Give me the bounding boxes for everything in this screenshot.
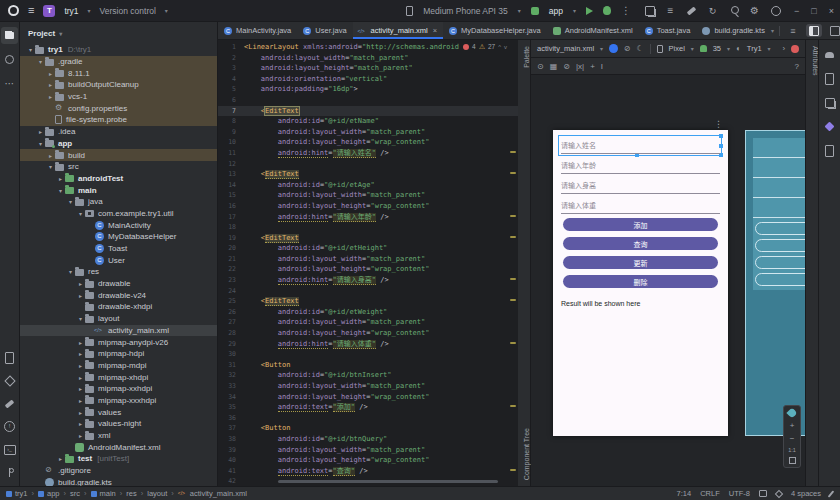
running-devices-icon[interactable] <box>1 349 18 366</box>
tree-item-MyDatabaseHelper[interactable]: MyDatabaseHelper <box>20 231 217 243</box>
code-line-32[interactable]: 32 android:id="@+id/btnInsert" <box>218 370 518 381</box>
edittext-preview-2[interactable]: 请输入年龄 <box>561 158 720 174</box>
tree-item-drawable-v24[interactable]: ▸drawable-v24 <box>20 289 217 301</box>
tree-item-test[interactable]: ▸test[unitTest] <box>20 453 217 465</box>
tree-item-build.gradle.kts[interactable]: build.gradle.kts <box>20 476 217 486</box>
night-mode-icon[interactable]: ☾ <box>637 44 644 53</box>
tree-item-build[interactable]: ▸build <box>20 149 217 161</box>
tag-icon[interactable] <box>775 489 783 497</box>
tree-item-java[interactable]: ▾java <box>20 196 217 208</box>
tree-item-file-system.probe[interactable]: file-system.probe <box>20 114 217 126</box>
tree-item-mipmap-mdpi[interactable]: ▸mipmap-mdpi <box>20 360 217 372</box>
device-mirror-icon[interactable] <box>821 70 838 87</box>
tree-item-xml[interactable]: ▸xml <box>20 430 217 442</box>
tab-MainActivity.java[interactable]: MainActivity.java <box>218 22 297 39</box>
chevron-down-icon[interactable]: ▾ <box>165 7 168 14</box>
tree-item-MainActivity[interactable]: MainActivity <box>20 219 217 231</box>
chevron-closed-icon[interactable]: ▸ <box>76 385 85 392</box>
main-menu-icon[interactable]: ≡ <box>28 5 34 16</box>
chevron-closed-icon[interactable]: ▸ <box>76 362 85 369</box>
tree-item-app[interactable]: ▾app <box>20 138 217 150</box>
chevron-down-icon[interactable]: ▾ <box>88 7 91 14</box>
code-line-2[interactable]: 2 android:layout_width="match_parent" <box>218 53 518 64</box>
tab-Toast.java[interactable]: Toast.java <box>639 22 697 39</box>
chevron-closed-icon[interactable]: ▸ <box>76 397 85 404</box>
tree-item-AndroidManifest.xml[interactable]: AndroidManifest.xml <box>20 441 217 453</box>
readonly-icon[interactable] <box>759 490 767 497</box>
terminal-icon[interactable] <box>1 441 18 458</box>
project-panel-header[interactable]: Project ▾ <box>20 22 217 44</box>
error-stripe[interactable] <box>508 40 518 486</box>
chevron-open-icon[interactable]: ▾ <box>46 163 55 170</box>
code-line-36[interactable]: 36 <box>218 413 518 424</box>
code-line-11[interactable]: 11 android:hint="请输入姓名" /> <box>218 148 518 159</box>
tree-item-main[interactable]: ▾main <box>20 184 217 196</box>
tree-item-mipmap-hdpi[interactable]: ▸mipmap-hdpi <box>20 348 217 360</box>
breadcrumb-activity_main.xml[interactable]: activity_main.xml <box>178 489 247 498</box>
tree-item-values[interactable]: ▸values <box>20 406 217 418</box>
code-line-39[interactable]: 39 android:layout_width="match_parent" <box>218 445 518 456</box>
button-preview-1[interactable]: 添加 <box>563 218 718 231</box>
chevron-closed-icon[interactable]: ▸ <box>76 374 85 381</box>
chevron-open-icon[interactable]: ▾ <box>36 140 45 147</box>
file-encoding[interactable]: UTF-8 <box>729 489 750 498</box>
code-line-28[interactable]: 28 android:layout_height="wrap_content" <box>218 328 518 339</box>
chevron-down-icon[interactable]: ▾ <box>573 7 576 14</box>
chevron-closed-icon[interactable]: ▸ <box>76 420 85 427</box>
debug-button[interactable] <box>603 6 611 15</box>
orientation-icon[interactable]: ⊘ <box>624 44 631 53</box>
breadcrumb-layout[interactable]: layout <box>147 489 167 498</box>
zoom-out-button[interactable]: − <box>790 434 795 443</box>
code-line-21[interactable]: 21 android:layout_width="match_parent" <box>218 254 518 265</box>
code-line-40[interactable]: 40 android:layout_height="wrap_content" <box>218 455 518 466</box>
prev-issue-icon[interactable]: ^ <box>498 44 501 50</box>
tree-item-mipmap-xhdpi[interactable]: ▸mipmap-xhdpi <box>20 371 217 383</box>
chevron-closed-icon[interactable]: ▸ <box>56 175 65 182</box>
code-line-25[interactable]: 25 <EditText <box>218 296 518 307</box>
chevron-closed-icon[interactable]: ▸ <box>76 350 85 357</box>
code-line-30[interactable]: 30 <box>218 349 518 360</box>
code-line-38[interactable]: 38 android:id="@+id/btnQuery" <box>218 434 518 445</box>
code-line-27[interactable]: 27 android:layout_width="match_parent" <box>218 317 518 328</box>
project-name[interactable]: try1 <box>64 6 78 16</box>
chevron-closed-icon[interactable]: ▸ <box>76 292 85 299</box>
tree-item-mipmap-xxxhdpi[interactable]: ▸mipmap-xxxhdpi <box>20 395 217 407</box>
tree-item-mipmap-xxhdpi[interactable]: ▸mipmap-xxhdpi <box>20 383 217 395</box>
code-line-13[interactable]: 13 <EditText <box>218 169 518 180</box>
view-options-icon[interactable]: ⊙ <box>537 62 544 71</box>
code-line-23[interactable]: 23 android:hint="请输入身高" /> <box>218 275 518 286</box>
chevron-down-icon[interactable]: ▾ <box>768 45 771 52</box>
edit-mode-icon[interactable] <box>828 490 835 497</box>
magnet-off-icon[interactable]: ⊘ <box>563 62 570 71</box>
device-explorer-icon[interactable] <box>821 142 838 159</box>
chevron-closed-icon[interactable]: ▸ <box>46 81 55 88</box>
code-line-37[interactable]: 37 <Button <box>218 423 518 434</box>
device-preview[interactable]: Result will be shown here 请输入姓名请输入年龄请输入身… <box>553 130 728 436</box>
chevron-open-icon[interactable]: ▾ <box>26 46 35 53</box>
chevron-closed-icon[interactable]: ▸ <box>76 339 85 346</box>
chevron-closed-icon[interactable]: ▸ <box>56 455 65 462</box>
minimize-button[interactable]: − <box>794 6 799 16</box>
design-canvas[interactable]: ⋮ Result will be shown here 请输入姓名请输入年龄请输… <box>531 75 805 486</box>
horizontal-scrollbar[interactable] <box>278 480 498 483</box>
tree-item-.idea[interactable]: ▸.idea <box>20 126 217 138</box>
chevron-down-icon[interactable]: ▾ <box>59 30 62 37</box>
build-tool-icon[interactable] <box>683 2 700 19</box>
palette-tab[interactable]: Palette <box>520 46 533 68</box>
chevron-open-icon[interactable]: ▾ <box>76 315 85 322</box>
help-icon[interactable]: ? <box>795 62 799 71</box>
tab-activity_main.xml[interactable]: activity_main.xml× <box>353 22 444 39</box>
vcs-widget[interactable]: Version control <box>100 6 156 16</box>
preview-device[interactable]: Pixel <box>669 44 685 53</box>
chevron-down-icon[interactable]: ▾ <box>600 45 603 52</box>
code-editor[interactable]: 1<LinearLayout xmlns:android="http://sch… <box>218 40 518 486</box>
tree-item-src[interactable]: ▾src <box>20 161 217 173</box>
run-button[interactable] <box>586 7 593 15</box>
indent-setting[interactable]: 4 spaces <box>791 489 821 498</box>
code-line-34[interactable]: 34 android:layout_height="wrap_content" <box>218 392 518 403</box>
chevron-closed-icon[interactable]: ▸ <box>76 280 85 287</box>
tree-item-values-night[interactable]: ▸values-night <box>20 418 217 430</box>
breadcrumb-src[interactable]: src <box>70 489 80 498</box>
code-line-22[interactable]: 22 android:layout_height="wrap_content" <box>218 264 518 275</box>
blueprint-preview[interactable] <box>745 130 805 436</box>
